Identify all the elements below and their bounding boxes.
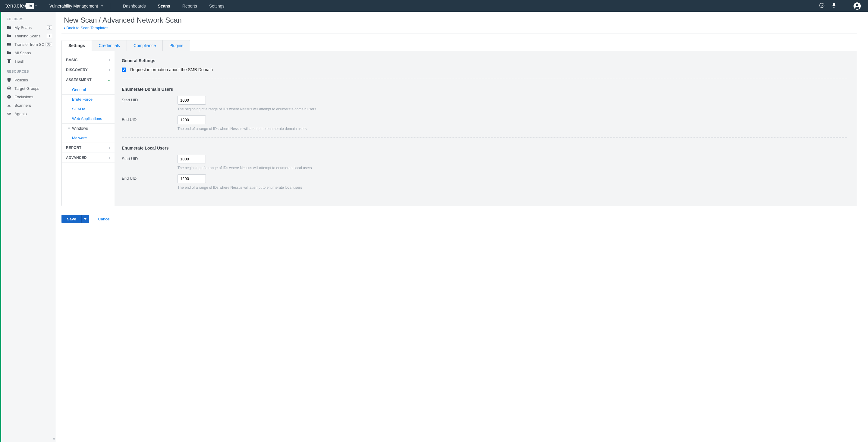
product-switcher-label: Vulnerability Management [50,4,98,8]
sidebar-item-target-groups[interactable]: Target Groups [1,84,56,93]
local-end-uid-input[interactable] [178,174,206,183]
local-start-uid-hint: The beginning of a range of IDs where Ne… [178,166,847,170]
product-switcher[interactable]: Vulnerability Management [50,3,110,9]
section-enumerate-local-users: Enumerate Local Users [122,146,847,150]
sidebar-collapse-toggle[interactable]: « [53,436,54,441]
sidebar-item-label: Scanners [14,103,31,108]
brand-name: tenable [5,3,24,9]
topnav-tabs: Dashboards Scans Reports Settings [117,4,230,8]
top-navbar: tenable .io ™ Vulnerability Management D… [0,0,868,12]
topnav-tab-dashboards[interactable]: Dashboards [117,4,152,8]
topnav-tab-settings[interactable]: Settings [203,4,230,8]
tab-plugins[interactable]: Plugins [162,40,190,51]
settings-form: General Settings Request information abo… [115,51,857,206]
user-avatar[interactable] [854,2,861,10]
local-end-uid-label: End UID [122,174,178,181]
domain-end-uid-input[interactable] [178,116,206,124]
section-general-settings: General Settings [122,58,847,63]
domain-start-uid-label: Start UID [122,96,178,102]
section-divider [122,138,847,138]
sidebar-item-label: Target Groups [14,86,39,91]
brand-badge: .io [26,3,34,9]
request-smb-label: Request information about the SMB Domain [130,67,213,72]
sidebar-item-label: Exclusions [14,95,33,99]
agents-icon [7,111,11,116]
sidebar-item-trash[interactable]: Trash [1,57,56,65]
sidebar-item-label: Policies [14,78,28,82]
sidebar-item-label: All Scans [14,51,31,55]
settings-panel: BASIC› DISCOVERY› ASSESSMENT⌄ General Br… [61,51,857,206]
domain-start-uid-input[interactable] [178,96,206,105]
help-icon[interactable]: ? [819,3,825,9]
tab-settings[interactable]: Settings [61,40,92,51]
config-tabs: Settings Credentials Compliance Plugins [61,40,857,51]
notifications-icon[interactable] [831,3,837,9]
sidebar-item-label: Trash [14,59,24,64]
settings-sub-malware[interactable]: Malware [62,133,115,143]
local-start-uid-input[interactable] [178,155,206,164]
left-sidebar: FOLDERS My Scans 5 Training Scans 1 Tran… [1,12,56,442]
radar-icon [7,103,11,108]
sidebar-header-folders: FOLDERS [1,17,56,23]
brand-logo[interactable]: tenable .io ™ [5,3,37,9]
settings-sub-brute-force[interactable]: Brute Force [62,95,115,104]
form-actions: Save Cancel [61,215,857,223]
back-to-templates-link[interactable]: ‹ Back to Scan Templates [64,26,108,30]
topnav-tab-scans[interactable]: Scans [152,4,176,8]
page-header: New Scan / Advanced Network Scan ‹ Back … [61,12,857,33]
sidebar-item-transfer-from-sc[interactable]: Transfer from SC 36 [1,40,56,49]
chevron-right-icon: › [109,155,110,160]
settings-sub-general[interactable]: General [62,85,115,95]
folder-icon [7,25,11,30]
page-title: New Scan / Advanced Network Scan [63,16,857,24]
sidebar-item-count: 1 [47,34,52,38]
save-button-label: Save [61,215,82,223]
sidebar-item-scanners[interactable]: Scanners [1,101,56,110]
folder-icon [7,33,11,38]
save-button-dropdown[interactable] [82,215,89,223]
tab-compliance[interactable]: Compliance [127,40,163,51]
folder-icon [7,42,11,47]
settings-sub-windows[interactable]: Windows [62,124,115,133]
target-icon [7,86,11,91]
minus-circle-icon [7,94,11,99]
section-enumerate-domain-users: Enumerate Domain Users [122,87,847,92]
sidebar-item-agents[interactable]: Agents [1,110,56,118]
save-button[interactable]: Save [61,215,89,223]
local-start-uid-label: Start UID [122,155,178,161]
settings-sub-web-applications[interactable]: Web Applications [62,114,115,124]
sidebar-item-my-scans[interactable]: My Scans 5 [1,23,56,32]
cancel-link[interactable]: Cancel [98,217,110,221]
folder-icon [7,50,11,55]
sidebar-item-policies[interactable]: Policies [1,76,56,84]
chevron-down-icon: ⌄ [107,78,110,82]
svg-text:?: ? [821,4,823,7]
sidebar-item-label: Training Scans [14,34,40,38]
section-divider [122,79,847,79]
sidebar-item-exclusions[interactable]: Exclusions [1,93,56,101]
settings-sub-scada[interactable]: SCADA [62,104,115,114]
settings-cat-basic[interactable]: BASIC› [62,55,115,65]
shield-icon [7,78,11,82]
settings-cat-discovery[interactable]: DISCOVERY› [62,65,115,75]
sidebar-item-count: 36 [45,42,52,47]
svg-point-2 [7,87,11,90]
settings-cat-assessment[interactable]: ASSESSMENT⌄ [62,75,115,85]
domain-end-uid-label: End UID [122,116,178,122]
domain-start-uid-hint: The beginning of a range of IDs where Ne… [178,107,847,111]
chevron-left-icon: ‹ [64,26,65,30]
topnav-tab-reports[interactable]: Reports [176,4,203,8]
sidebar-item-all-scans[interactable]: All Scans [1,49,56,57]
request-smb-checkbox[interactable] [122,67,126,72]
settings-tree: BASIC› DISCOVERY› ASSESSMENT⌄ General Br… [62,51,115,206]
brand-tm: ™ [35,4,37,7]
sidebar-item-count: 5 [47,25,52,30]
chevron-right-icon: › [109,146,110,150]
sidebar-item-training-scans[interactable]: Training Scans 1 [1,32,56,40]
chevron-right-icon: › [109,68,110,72]
settings-cat-report[interactable]: REPORT› [62,143,115,153]
chevron-right-icon: › [109,58,110,62]
sidebar-item-label: My Scans [14,25,32,30]
settings-cat-advanced[interactable]: ADVANCED› [62,153,115,163]
tab-credentials[interactable]: Credentials [92,40,127,51]
